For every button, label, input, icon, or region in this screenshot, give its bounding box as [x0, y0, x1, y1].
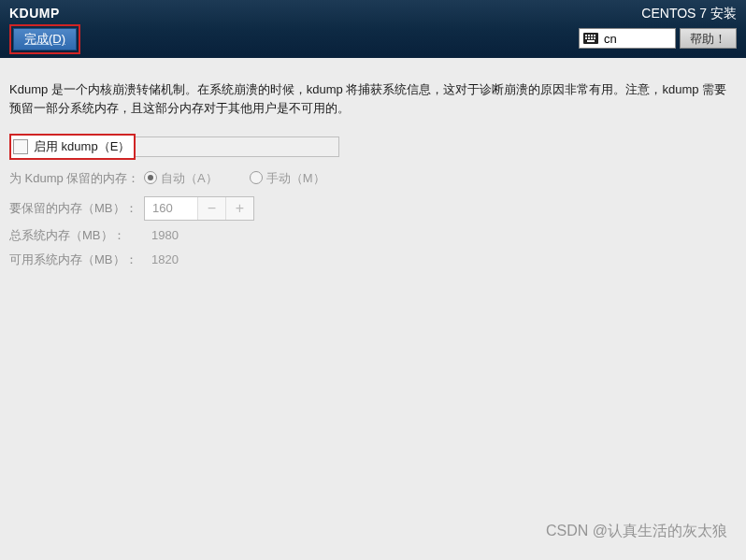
reserve-mb-value: 160 — [145, 197, 197, 220]
avail-mem-value: 1820 — [151, 251, 179, 269]
enable-kdump-label: 启用 kdump（E） — [34, 137, 130, 156]
avail-mem-label: 可用系统内存（MB）： — [9, 251, 140, 269]
svg-rect-2 — [588, 35, 590, 36]
keyboard-layout-selector[interactable]: cn — [579, 28, 676, 49]
radio-auto-label: 自动（A） — [161, 169, 218, 188]
radio-manual-label: 手动（M） — [266, 169, 325, 188]
svg-rect-7 — [591, 37, 593, 39]
enable-kdump-highlight: 启用 kdump（E） — [9, 134, 136, 160]
stepper-minus-button[interactable]: − — [197, 197, 225, 220]
page-title: KDUMP — [9, 6, 80, 21]
svg-rect-1 — [585, 35, 587, 36]
kdump-description: Kdump 是一个内核崩溃转储机制。在系统崩溃的时候，kdump 将捕获系统信息… — [9, 80, 737, 117]
svg-rect-3 — [591, 35, 593, 36]
svg-rect-4 — [594, 35, 595, 36]
enable-kdump-checkbox[interactable] — [13, 139, 28, 154]
watermark: CSDN @认真生活的灰太狼 — [546, 522, 727, 541]
install-title: CENTOS 7 安装 — [641, 6, 737, 22]
total-mem-value: 1980 — [151, 226, 179, 245]
header-bar: KDUMP 完成(D) CENTOS 7 安装 cn 帮助！ — [0, 0, 746, 58]
enable-kdump-field — [136, 136, 339, 157]
reserve-mb-label: 要保留的内存（MB）： — [9, 199, 140, 218]
total-mem-label: 总系统内存（MB）： — [9, 226, 140, 245]
done-button-highlight: 完成(D) — [9, 24, 80, 54]
content-area: Kdump 是一个内核崩溃转储机制。在系统崩溃的时候，kdump 将捕获系统信息… — [0, 58, 746, 278]
reserve-mode-label: 为 Kdump 保留的内存： — [9, 169, 140, 188]
svg-rect-6 — [588, 37, 590, 39]
help-button[interactable]: 帮助！ — [680, 28, 737, 49]
svg-rect-5 — [585, 37, 587, 39]
keyboard-icon — [583, 33, 598, 44]
done-button[interactable]: 完成(D) — [13, 28, 77, 50]
stepper-plus-button[interactable]: + — [225, 197, 253, 220]
keyboard-layout-value: cn — [604, 32, 617, 46]
svg-rect-8 — [594, 37, 595, 39]
svg-rect-9 — [587, 40, 595, 42]
radio-auto[interactable] — [144, 171, 157, 184]
radio-manual[interactable] — [250, 171, 263, 184]
reserve-mb-stepper[interactable]: 160 − + — [144, 196, 254, 221]
